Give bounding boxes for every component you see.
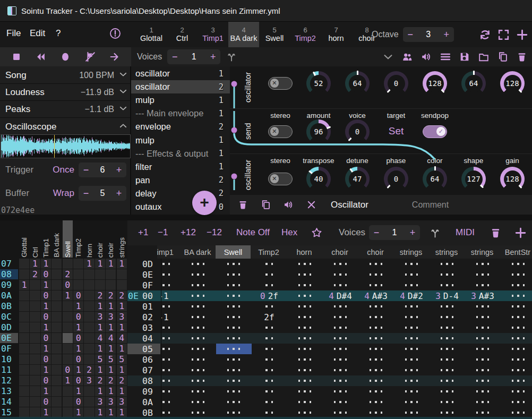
pattern-cell[interactable]: [287, 280, 323, 290]
order-row-label[interactable]: 12: [0, 375, 18, 386]
order-cell[interactable]: 1: [63, 290, 73, 301]
order-cell[interactable]: 0: [41, 354, 51, 364]
order-cell[interactable]: 0: [63, 280, 73, 290]
pattern-cell[interactable]: [501, 354, 532, 365]
pattern-cell[interactable]: [252, 259, 287, 269]
unit-section-name[interactable]: oscillator: [244, 154, 252, 195]
pattern-cell[interactable]: [465, 259, 501, 269]
order-cell[interactable]: [84, 407, 94, 417]
collapse-oscilloscope-button[interactable]: [118, 121, 128, 133]
pattern-row-number[interactable]: 04: [142, 333, 160, 344]
order-track-header-Swell[interactable]: Swell: [63, 220, 73, 258]
order-cell[interactable]: 0: [41, 290, 51, 301]
pattern-button-note-off[interactable]: Note Off: [236, 226, 270, 240]
pattern-cell[interactable]: 3D-4: [430, 290, 465, 301]
pattern-row-number[interactable]: 0A: [142, 397, 160, 407]
pattern-cell[interactable]: [287, 375, 323, 386]
title-bar[interactable]: Sointu Tracker - C:\Users\sariola\Deskto…: [0, 0, 532, 22]
unit-list-item-oscillator[interactable]: oscillator1: [131, 67, 230, 80]
order-row-label[interactable]: 15: [0, 407, 18, 417]
pattern-voices-plus-button[interactable]: +: [405, 227, 420, 238]
pattern-cell[interactable]: [358, 407, 394, 418]
pattern-cell[interactable]: [181, 407, 216, 418]
pattern-cell[interactable]: [252, 280, 287, 290]
pattern-cell[interactable]: [465, 344, 501, 354]
pattern-cell[interactable]: [216, 386, 252, 397]
order-row-label[interactable]: 0E: [0, 333, 18, 343]
pattern-cell[interactable]: [216, 344, 252, 354]
order-cell[interactable]: 1: [41, 344, 51, 354]
order-cell[interactable]: [63, 386, 73, 396]
order-row-label[interactable]: 09: [0, 280, 18, 290]
order-cell[interactable]: 1: [84, 259, 94, 269]
collapse-button[interactable]: [382, 51, 394, 63]
pattern-cell[interactable]: [287, 354, 323, 365]
fullscreen-button[interactable]: [497, 28, 510, 41]
voices-plus-button[interactable]: +: [205, 52, 220, 63]
track-header-Timp2[interactable]: Timp2: [251, 245, 286, 259]
order-cell[interactable]: 1: [106, 322, 116, 332]
voices-minus-button[interactable]: −: [167, 52, 182, 63]
order-cell[interactable]: 0: [73, 354, 83, 364]
order-cell[interactable]: 3: [95, 397, 105, 407]
pattern-cell[interactable]: [161, 375, 182, 386]
pattern-cell[interactable]: [161, 269, 182, 280]
delete-instrument-button[interactable]: [516, 51, 528, 63]
tab-instrument-horn[interactable]: 7horn: [321, 22, 351, 47]
tab-instrument-ba-dark[interactable]: 4BA dark: [228, 22, 259, 47]
add-instrument-button[interactable]: [516, 28, 529, 41]
order-cell[interactable]: [52, 386, 62, 396]
pattern-row-number[interactable]: 09: [142, 386, 160, 397]
order-cell[interactable]: 5: [95, 354, 105, 364]
pattern-cell[interactable]: [323, 407, 358, 418]
order-row-label[interactable]: 11: [0, 365, 18, 375]
pattern-cell[interactable]: [181, 344, 216, 354]
track-header-horn[interactable]: horn: [287, 245, 322, 259]
shape-knob[interactable]: 127: [461, 167, 486, 191]
order-cell[interactable]: 1: [63, 375, 73, 386]
pattern-cell[interactable]: [323, 333, 358, 344]
trigger-plus-button[interactable]: +: [111, 165, 126, 176]
pattern-cell[interactable]: [465, 312, 501, 322]
disable-unit-button[interactable]: [283, 199, 294, 210]
comment-menu-button[interactable]: [440, 51, 451, 63]
add-track-button[interactable]: [514, 226, 527, 240]
unit-list-item-pan[interactable]: pan2: [131, 174, 230, 187]
order-cell[interactable]: 1: [73, 386, 83, 396]
stereo-toggle[interactable]: ✕: [268, 125, 293, 138]
pattern-cell[interactable]: [323, 301, 358, 312]
pattern-cell[interactable]: [430, 259, 465, 269]
order-cell[interactable]: [30, 280, 40, 290]
order-row-label[interactable]: 08: [0, 269, 18, 279]
param-knob[interactable]: 128: [423, 71, 447, 96]
pattern-cell[interactable]: [394, 312, 430, 322]
pattern-cell[interactable]: [358, 354, 394, 365]
pattern-cell[interactable]: [323, 322, 358, 333]
pattern-cell[interactable]: [501, 290, 532, 301]
order-cell[interactable]: 3: [84, 375, 94, 386]
order-cell[interactable]: [30, 312, 40, 322]
order-cell[interactable]: [63, 407, 73, 417]
pattern-button-+12[interactable]: +12: [181, 226, 196, 240]
order-cell[interactable]: [95, 269, 105, 279]
track-header-strings[interactable]: strings: [429, 245, 464, 259]
pattern-cell[interactable]: 02f: [252, 290, 287, 301]
pattern-cell[interactable]: [465, 365, 501, 375]
load-instrument-button[interactable]: [478, 51, 490, 63]
unit-comment-field[interactable]: Comment: [412, 200, 449, 210]
track-header-choir[interactable]: choir: [358, 245, 393, 259]
pattern-cell[interactable]: [161, 365, 182, 375]
order-cell[interactable]: [30, 365, 40, 375]
order-cell[interactable]: 1: [117, 322, 127, 332]
pattern-cell[interactable]: [181, 312, 216, 322]
amount-knob[interactable]: 96: [306, 119, 331, 144]
order-row-label[interactable]: 10: [0, 354, 18, 364]
pattern-cell[interactable]: [252, 344, 287, 354]
pattern-cell[interactable]: [358, 269, 394, 280]
order-cell[interactable]: [63, 333, 73, 343]
pattern-cell[interactable]: [181, 375, 216, 386]
order-cell[interactable]: 1: [106, 301, 116, 311]
order-cell[interactable]: [63, 301, 73, 311]
color-knob[interactable]: 64: [423, 167, 447, 191]
noteoff-follow-button[interactable]: [84, 51, 96, 63]
